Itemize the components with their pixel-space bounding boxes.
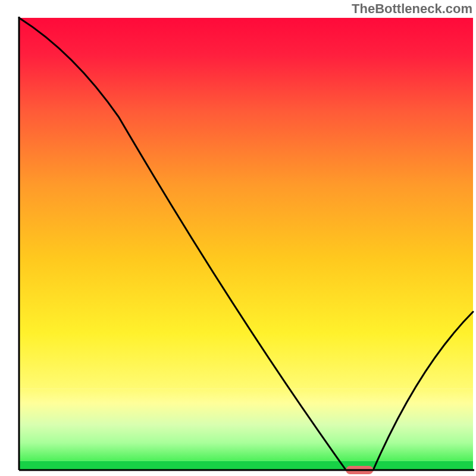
bottleneck-chart <box>0 0 476 476</box>
chart-container: TheBottleneck.com <box>0 0 476 476</box>
svg-rect-2 <box>19 425 473 461</box>
svg-rect-0 <box>19 18 473 389</box>
svg-rect-3 <box>19 461 473 470</box>
watermark-text: TheBottleneck.com <box>352 1 472 17</box>
background-gradient <box>19 18 473 470</box>
